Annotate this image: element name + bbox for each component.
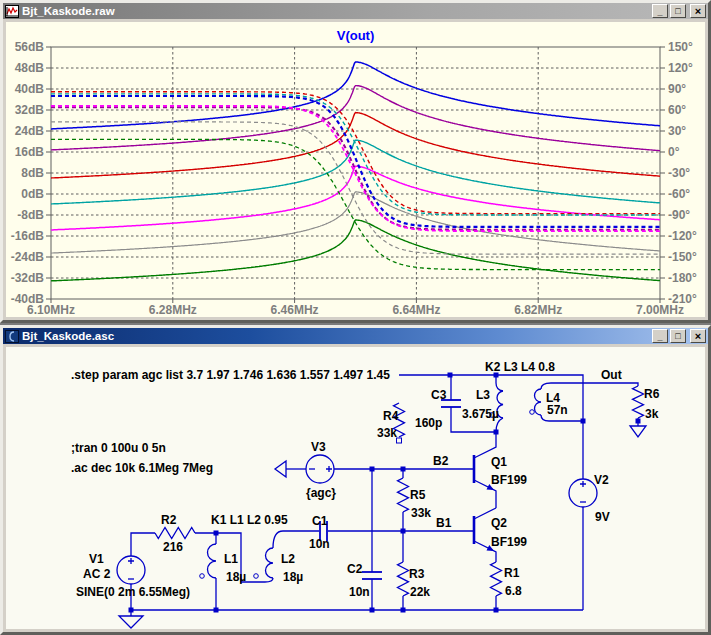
- close-button[interactable]: ×: [690, 4, 706, 18]
- schematic-label[interactable]: L3: [476, 388, 490, 402]
- y-axis-phase-tick-label: 0°: [668, 145, 680, 159]
- schematic-label[interactable]: .ac dec 10k 6.1Meg 7Meg: [71, 461, 213, 475]
- schematic-label[interactable]: 33k: [377, 426, 397, 440]
- minimize-button[interactable]: _: [652, 4, 668, 18]
- schematic-label[interactable]: V3: [311, 440, 326, 454]
- x-axis-tick-label: 6.10MHz: [27, 303, 75, 317]
- schematic-label[interactable]: V2: [594, 473, 609, 487]
- schematic-label[interactable]: SINE(0 2m 6.55Meg): [76, 585, 190, 599]
- waveform-window-icon: [5, 5, 19, 18]
- schematic-label[interactable]: 10n: [309, 537, 330, 551]
- y-axis-db-tick-label: 0dB: [21, 187, 44, 201]
- waveform-window: Bjt_Kaskode.raw _ □ × 56dB48dB40dB32dB24…: [0, 0, 711, 323]
- schematic-client-area: .step param agc list 3.7 1.97 1.746 1.63…: [6, 347, 705, 629]
- schematic-label[interactable]: L1: [224, 552, 238, 566]
- schematic-window-icon: [5, 330, 19, 343]
- waveform-plot-canvas[interactable]: 56dB48dB40dB32dB24dB16dB8dB0dB-8dB-16dB-…: [6, 22, 705, 317]
- y-axis-db-tick-label: 48dB: [15, 61, 45, 75]
- schematic-label[interactable]: R3: [409, 567, 425, 581]
- maximize-button[interactable]: □: [670, 4, 686, 18]
- schematic-label[interactable]: K1 L1 L2 0.95: [211, 513, 288, 527]
- schematic-label[interactable]: B1: [436, 516, 452, 530]
- schematic-label[interactable]: 10n: [349, 585, 370, 599]
- schematic-label[interactable]: 18µ: [283, 570, 303, 584]
- schematic-window-title: Bjt_Kaskode.asc: [22, 330, 650, 342]
- schematic-label[interactable]: R1: [504, 566, 520, 580]
- y-axis-phase-tick-label: -150°: [668, 250, 697, 264]
- schematic-label[interactable]: AC 2: [83, 567, 111, 581]
- y-axis-phase-tick-label: 30°: [668, 124, 686, 138]
- schematic-label[interactable]: 18µ: [226, 570, 246, 584]
- y-axis-phase-tick-label: 150°: [668, 40, 693, 54]
- y-axis-phase-tick-label: -120°: [668, 229, 697, 243]
- minimize-button[interactable]: _: [652, 329, 668, 343]
- y-axis-db-tick-label: 40dB: [15, 82, 45, 96]
- waveform-window-title: Bjt_Kaskode.raw: [22, 5, 650, 17]
- x-axis-tick-label: 6.46MHz: [271, 303, 319, 317]
- y-axis-db-tick-label: 16dB: [15, 145, 45, 159]
- schematic-label[interactable]: C2: [347, 562, 363, 576]
- schematic-label[interactable]: 22k: [410, 585, 430, 599]
- x-axis-tick-label: 6.64MHz: [392, 303, 440, 317]
- schematic-label[interactable]: B2: [433, 454, 449, 468]
- schematic-label[interactable]: R6: [644, 387, 660, 401]
- schematic-label[interactable]: .step param agc list 3.7 1.97 1.746 1.63…: [71, 368, 390, 382]
- waveform-window-titlebar[interactable]: Bjt_Kaskode.raw _ □ ×: [3, 3, 708, 19]
- close-button[interactable]: ×: [690, 329, 706, 343]
- schematic-label[interactable]: R5: [410, 488, 426, 502]
- y-axis-db-tick-label: -32dB: [11, 271, 45, 285]
- schematic-label[interactable]: C3: [431, 388, 447, 402]
- schematic-label[interactable]: 57n: [547, 403, 568, 417]
- schematic-label[interactable]: 3k: [645, 407, 659, 421]
- y-axis-db-tick-label: 32dB: [15, 103, 45, 117]
- maximize-button[interactable]: □: [670, 329, 686, 343]
- schematic-label[interactable]: Q2: [491, 516, 507, 530]
- y-axis-phase-tick-label: 120°: [668, 61, 693, 75]
- schematic-window: Bjt_Kaskode.asc _ □ × .step param agc li…: [0, 325, 711, 635]
- schematic-label[interactable]: BF199: [491, 473, 527, 487]
- y-axis-db-tick-label: -8dB: [17, 208, 44, 222]
- x-axis-tick-label: 6.28MHz: [149, 303, 197, 317]
- y-axis-db-tick-label: 56dB: [15, 40, 45, 54]
- y-axis-phase-tick-label: -180°: [668, 271, 697, 285]
- waveform-client-area: 56dB48dB40dB32dB24dB16dB8dB0dB-8dB-16dB-…: [6, 22, 705, 317]
- schematic-label[interactable]: Q1: [491, 455, 507, 469]
- y-axis-db-tick-label: 8dB: [21, 166, 44, 180]
- y-axis-db-tick-label: 24dB: [15, 124, 45, 138]
- y-axis-phase-tick-label: 90°: [668, 82, 686, 96]
- schematic-label[interactable]: 216: [163, 540, 183, 554]
- schematic-label[interactable]: 33k: [411, 506, 431, 520]
- schematic-label[interactable]: ;tran 0 100u 0 5n: [71, 441, 166, 455]
- y-axis-phase-tick-label: -30°: [668, 166, 690, 180]
- plot-title-trace-name[interactable]: V(out): [337, 28, 375, 43]
- schematic-canvas[interactable]: .step param agc list 3.7 1.97 1.746 1.63…: [6, 347, 705, 629]
- schematic-label[interactable]: L2: [281, 552, 295, 566]
- schematic-label[interactable]: 6.8: [505, 584, 522, 598]
- schematic-label[interactable]: {agc}: [306, 486, 336, 500]
- y-axis-phase-tick-label: -60°: [668, 187, 690, 201]
- y-axis-db-tick-label: -24dB: [11, 250, 45, 264]
- schematic-label[interactable]: Out: [601, 368, 622, 382]
- schematic-label[interactable]: R2: [161, 513, 177, 527]
- x-axis-tick-label: 7.00MHz: [636, 303, 684, 317]
- plot-background: [6, 22, 705, 317]
- schematic-label[interactable]: K2 L3 L4 0.8: [485, 360, 555, 374]
- schematic-label[interactable]: BF199: [491, 535, 527, 549]
- schematic-label[interactable]: C1: [312, 514, 328, 528]
- y-axis-phase-tick-label: 60°: [668, 103, 686, 117]
- schematic-window-titlebar[interactable]: Bjt_Kaskode.asc _ □ ×: [3, 328, 708, 344]
- x-axis-tick-label: 6.82MHz: [514, 303, 562, 317]
- schematic-label[interactable]: 3.675µ: [462, 407, 499, 421]
- y-axis-db-tick-label: -16dB: [11, 229, 45, 243]
- schematic-label[interactable]: 160p: [415, 416, 442, 430]
- schematic-label[interactable]: R4: [383, 409, 399, 423]
- schematic-label[interactable]: 9V: [595, 510, 610, 524]
- y-axis-phase-tick-label: -90°: [668, 208, 690, 222]
- schematic-label[interactable]: V1: [89, 552, 104, 566]
